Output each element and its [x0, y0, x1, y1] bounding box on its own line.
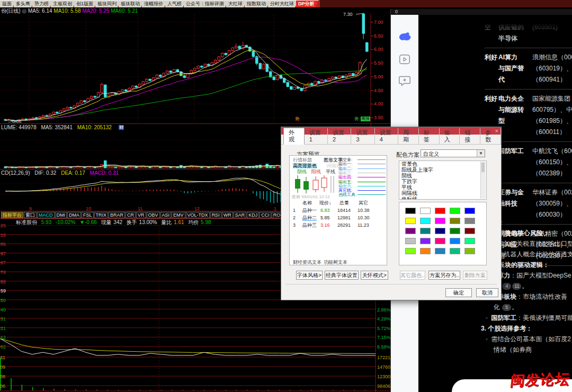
tab-标签[interactable]: 标签: [419, 128, 440, 144]
menu-tab-涨幅报价[interactable]: 涨幅报价: [142, 0, 167, 7]
chevron-down-icon[interactable]: ▼: [477, 150, 485, 157]
indicator-tab-MACD[interactable]: MACD: [37, 212, 55, 218]
menu-tab-势力榜[interactable]: 势力榜: [32, 0, 53, 7]
menu-tab-分时大红球[interactable]: 分时大红球: [268, 0, 298, 7]
color-item-阳线及上涨字[interactable]: 阳线及上涨字: [399, 167, 486, 173]
indicator-tab-ASI[interactable]: ASI: [160, 212, 172, 218]
tab-设置2[interactable]: 设置2: [328, 128, 351, 144]
deepseek-window-title[interactable]: 0: [391, 9, 572, 15]
tab-设置4[interactable]: 设置4: [375, 128, 398, 144]
color-scheme-select[interactable]: 自定义 ▼: [421, 149, 485, 157]
indicator-tab-DMI[interactable]: DMI: [55, 212, 67, 218]
swatch-#ffff00[interactable]: [405, 218, 416, 224]
color-item-list[interactable]: 背景色阳线及上涨字阴线下跌字平线间隔线坐标线: [399, 161, 487, 200]
indicator-tab-KDJ[interactable]: KDJ: [247, 212, 259, 218]
swatch-#80c000[interactable]: [464, 248, 475, 254]
menu-tab-创1版面[interactable]: 创1版面: [74, 0, 97, 7]
swatch-#ff00ff[interactable]: [435, 218, 445, 224]
tab-设置1[interactable]: 设置1: [305, 128, 328, 144]
indicator-tab-WR[interactable]: WR: [222, 212, 233, 218]
care-mode-button[interactable]: 关怀模式>: [361, 271, 388, 280]
swatch-#ff0000[interactable]: [435, 208, 445, 214]
deepseek-whale-icon[interactable]: [398, 31, 412, 43]
indicator-tab-窗口[interactable]: 窗口: [24, 212, 37, 218]
menu-tab-指数联动[interactable]: 指数联动: [245, 0, 270, 7]
intraday-left-price-6.40: 6.40: [0, 307, 6, 313]
citation-badge[interactable]: 4: [502, 283, 511, 290]
swatch-#00ff00[interactable]: [450, 208, 460, 214]
swatch-#00c080[interactable]: [450, 248, 460, 254]
swatch-#8020ff[interactable]: [420, 238, 431, 244]
other-color-button[interactable]: 其它颜色..: [400, 271, 425, 280]
classic-font-button[interactable]: 经典字体设置: [325, 271, 359, 280]
intraday-right-vol-147609: 147609: [377, 364, 390, 370]
color-item-下跌字[interactable]: 下跌字: [399, 179, 486, 184]
candlestick-chart[interactable]: 7.30←3.36: [0, 7, 390, 123]
color-item-平线[interactable]: 平线: [399, 184, 486, 190]
swatch-#ff8000[interactable]: [420, 248, 431, 254]
indicator-tab-TRIX[interactable]: TRIX: [94, 212, 109, 218]
list-scrollbar[interactable]: [480, 162, 486, 199]
color-item-间隔线[interactable]: 间隔线: [399, 190, 486, 196]
swatch-#008000[interactable]: [450, 228, 460, 234]
swatch-#0080ff[interactable]: [450, 238, 460, 244]
huanshou-value: 13.00%: [139, 219, 157, 225]
swatch-#ff0080[interactable]: [435, 238, 445, 244]
swatch-#800000[interactable]: [464, 228, 475, 234]
video-panel-icon[interactable]: [398, 53, 412, 66]
swatch-#c0c0c0[interactable]: [405, 238, 416, 244]
tab-设置3[interactable]: 设置3: [351, 128, 374, 144]
color-item-阴线[interactable]: 阴线: [399, 173, 486, 179]
indicator-tab-EMV[interactable]: EMV: [172, 212, 185, 218]
cancel-button[interactable]: 取消: [476, 288, 498, 297]
indicator-tab-BRAR[interactable]: BRAR: [109, 212, 125, 218]
citation-badge[interactable]: 5: [502, 304, 511, 311]
new-chat-icon[interactable]: [398, 74, 412, 87]
menu-tab-板块同列[interactable]: 板块同列: [95, 0, 121, 7]
ok-button[interactable]: 确定: [445, 288, 472, 297]
indicator-tab-SAR[interactable]: SAR: [234, 212, 247, 218]
indicator-tab-VOL-TDX[interactable]: VOL-TDX: [186, 212, 210, 218]
indicator-tab-VR[interactable]: VR: [136, 212, 146, 218]
indicator-tab-RSI[interactable]: RSI: [210, 212, 221, 218]
tab-外观[interactable]: 外观: [283, 128, 305, 145]
swatch-#2080c0[interactable]: [435, 248, 445, 254]
menu-tab-公众号：指标评测[interactable]: 公众号：指标评测: [184, 0, 228, 7]
indicator-tab-DMA[interactable]: DMA: [67, 212, 81, 218]
swatch-#ffffff[interactable]: [420, 208, 431, 214]
citation-badge[interactable]: 11: [512, 283, 521, 290]
swatch-#808080[interactable]: [464, 218, 475, 224]
indicator-tab-FSL[interactable]: FSL: [82, 212, 94, 218]
delete-scheme-button[interactable]: 删除方案: [463, 271, 487, 280]
tab-链接[interactable]: 链接: [460, 128, 480, 144]
swatch-#800080[interactable]: [405, 228, 416, 234]
swatch-#000080[interactable]: [435, 228, 445, 234]
swatch-#808000[interactable]: [450, 218, 460, 224]
swatch-#00ffff[interactable]: [420, 218, 431, 224]
menu-tab-人气榜[interactable]: 人气榜: [165, 0, 186, 7]
menu-tab-版面[interactable]: 版面: [0, 0, 16, 7]
swatch-#00ff80[interactable]: [464, 238, 475, 244]
tab-周期[interactable]: 周期: [398, 128, 419, 144]
menu-tab-DP分析[interactable]: DP分析: [296, 0, 319, 7]
swatch-#008080[interactable]: [420, 228, 431, 234]
menu-tab-主板双创[interactable]: 主板双创: [51, 0, 76, 7]
menu-tab-多头鹰[interactable]: 多头鹰: [14, 0, 34, 7]
indicator-tab-指标平台[interactable]: 指标平台: [1, 212, 23, 218]
tab-输入[interactable]: 输入: [440, 128, 460, 144]
menu-tab-板块联动[interactable]: 板块联动: [119, 0, 144, 7]
swatch-#000000[interactable]: [405, 208, 416, 214]
indicator-tab-OBV[interactable]: OBV: [147, 212, 160, 218]
preview-row-idx: 1: [293, 208, 296, 213]
color-item-坐标线[interactable]: 坐标线: [399, 196, 486, 200]
font-style-button[interactable]: 字体风格>: [296, 271, 323, 280]
swatch-#80ff00[interactable]: [405, 248, 416, 254]
tab-参数[interactable]: 参数: [480, 128, 501, 144]
indicator-tab-CR[interactable]: CR: [126, 212, 136, 218]
menu-tab-大红球[interactable]: 大红球: [226, 0, 247, 7]
save-scheme-as-button[interactable]: 方案另存为..: [428, 271, 460, 280]
scrollbar-thumb[interactable]: [481, 163, 485, 172]
indicator-tab-CCI[interactable]: CCI: [260, 212, 271, 218]
color-item-背景色[interactable]: 背景色: [399, 161, 486, 167]
swatch-#0000ff[interactable]: [464, 208, 475, 214]
